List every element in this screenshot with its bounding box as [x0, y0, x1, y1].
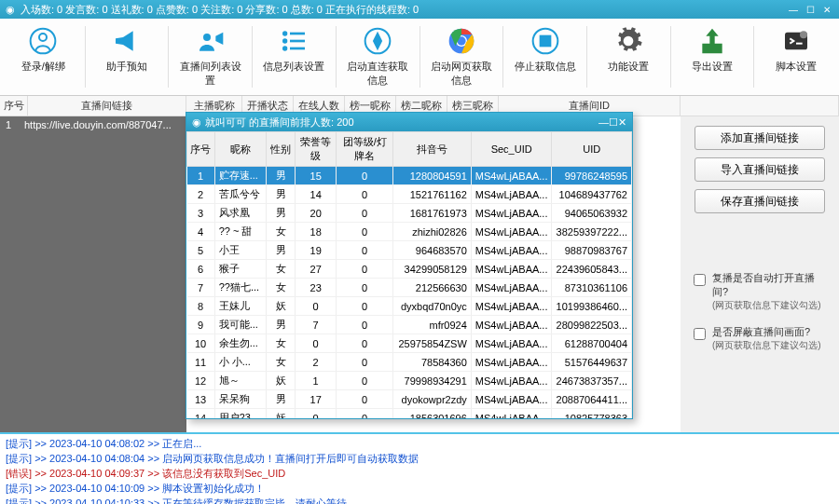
close-icon[interactable]: ✕ — [820, 3, 833, 16]
direct-button[interactable]: 启动直连获取信息 — [342, 22, 414, 91]
table-row[interactable]: 13呆呆狗男170dyokowpr2zdyMS4wLjABAA...208870… — [187, 390, 632, 409]
list-icon — [279, 26, 309, 56]
col-link[interactable]: 直播间链接 — [28, 96, 186, 116]
script-button[interactable]: 脚本设置 — [760, 22, 832, 91]
toolbar: 登录/解绑 助手预知 直播间列表设置 信息列表设置 启动直连获取信息 启动网页获… — [0, 19, 839, 96]
table-header[interactable]: Sec_UID — [471, 132, 552, 167]
table-header[interactable]: 荣誉等级 — [296, 132, 337, 167]
titlebar: ◉ 入场数: 0 发言数: 0 送礼数: 0 点赞数: 0 关注数: 0 分享数… — [0, 0, 839, 19]
search-icon: ◉ — [192, 116, 201, 129]
table-row[interactable]: 9我可能...男70mfr0924MS4wLjABAA...2809982250… — [187, 316, 632, 334]
table-row[interactable]: 3风求凰男2001681761973MS4wLjABAA...940650639… — [187, 204, 632, 223]
svg-point-3 — [282, 31, 287, 35]
col-index[interactable]: 序号 — [0, 96, 28, 116]
stop-button[interactable]: 停止获取信息 — [509, 22, 581, 91]
gear-icon — [613, 26, 643, 56]
titlebar-stats: 入场数: 0 发言数: 0 送礼数: 0 点赞数: 0 关注数: 0 分享数: … — [21, 3, 783, 17]
log-line: [提示] >> 2023-04-10 04:08:02 >> 正在启... — [6, 436, 833, 451]
table-header[interactable]: 抖音号 — [393, 132, 472, 167]
svg-rect-14 — [540, 36, 550, 47]
rocket-icon — [363, 26, 392, 56]
svg-point-1 — [39, 34, 47, 41]
webpage-button[interactable]: 启动网页获取信息 — [426, 22, 498, 91]
table-row[interactable]: 11小 小...女2078584360MS4wLjABAA...51576449… — [187, 353, 632, 372]
login-button[interactable]: 登录/解绑 — [7, 22, 79, 91]
table-header[interactable]: 团等级/灯牌名 — [337, 132, 393, 167]
log-line: [错误] >> 2023-04-10 04:09:37 >> 该信息没有获取到S… — [6, 466, 833, 481]
checkbox-icon[interactable] — [694, 328, 706, 340]
table-header[interactable]: 性别 — [267, 132, 296, 167]
rank-table[interactable]: 序号昵称性别荣誉等级团等级/灯牌名抖音号Sec_UIDUID 1贮存速...男1… — [186, 131, 632, 418]
terminal-icon — [781, 26, 811, 56]
right-panel: 添加直播间链接 导入直播间链接 保存直播间链接 复播是否自动打开直播间?(网页获… — [681, 116, 839, 432]
import-link-button[interactable]: 导入直播间链接 — [695, 157, 825, 182]
svg-rect-6 — [290, 40, 305, 43]
table-row[interactable]: 12旭～妖1079998934291MS4wLjABAA...246738373… — [187, 372, 632, 390]
table-row[interactable]: 2苦瓜兮兮男1401521761162MS4wLjABAA...10468943… — [187, 185, 632, 204]
dialog-titlebar: ◉ 就叫可可 的直播间前排人数: 200 — ☐ ✕ — [186, 113, 632, 131]
svg-point-7 — [282, 46, 287, 50]
list-item[interactable]: 1 https://live.douyin.com/887047... — [0, 116, 186, 133]
table-row[interactable]: 5小王男190964683570MS4wLjABAA...98870983767 — [187, 241, 632, 260]
mid-area: ◉ 就叫可可 的直播间前排人数: 200 — ☐ ✕ 序号昵称性别荣誉等级团等级… — [186, 116, 681, 432]
infolist-button[interactable]: 信息列表设置 — [258, 22, 330, 91]
table-row[interactable]: 8王妹儿妖00dyxbqd70n0ycMS4wLjABAA...10199386… — [187, 297, 632, 316]
megaphone-icon — [112, 26, 142, 56]
video-person-icon — [196, 26, 226, 56]
livelist-button[interactable]: 直播间列表设置 — [174, 22, 246, 91]
log-line: [提示] >> 2023-04-10 04:10:33 >> 正在等待缓存数据获… — [6, 496, 833, 504]
minimize-icon[interactable]: — — [787, 3, 800, 16]
rank-dialog: ◉ 就叫可可 的直播间前排人数: 200 — ☐ ✕ 序号昵称性别荣誉等级团等级… — [186, 112, 633, 419]
stop-icon — [530, 26, 560, 56]
checkbox-icon[interactable] — [694, 274, 706, 286]
table-header[interactable]: 序号 — [187, 132, 215, 167]
user-icon — [28, 26, 58, 56]
table-row[interactable]: 7??猫七...女230212566630MS4wLjABAA...873103… — [187, 279, 632, 297]
svg-point-5 — [282, 38, 287, 43]
main-area: 1 https://live.douyin.com/887047... ◉ 就叫… — [0, 116, 839, 432]
table-row[interactable]: 4?? ~ 甜女180zhizhi02826MS4wLjABAA...38259… — [187, 223, 632, 241]
svg-rect-8 — [290, 48, 305, 50]
export-icon — [697, 26, 727, 56]
func-button[interactable]: 功能设置 — [593, 22, 665, 91]
export-button[interactable]: 导出设置 — [677, 22, 749, 91]
dialog-title: 就叫可可 的直播间前排人数: 200 — [205, 116, 598, 129]
log-line: [提示] >> 2023-04-10 04:08:04 >> 启动网页获取信息成… — [6, 451, 833, 466]
table-header[interactable]: UID — [552, 132, 632, 167]
svg-rect-4 — [290, 33, 305, 35]
dialog-close-icon[interactable]: ✕ — [618, 116, 626, 129]
save-link-button[interactable]: 保存直播间链接 — [695, 189, 825, 213]
table-row[interactable]: 14用户23...妖001856301696MS4wLjABAA...10825… — [187, 409, 632, 419]
live-room-list[interactable]: 1 https://live.douyin.com/887047... — [0, 116, 186, 432]
search-icon: ◉ — [6, 4, 15, 16]
chrome-icon — [447, 26, 476, 56]
block-video-checkbox[interactable]: 是否屏蔽直播间画面?(网页获取信息下建议勾选) — [690, 325, 830, 352]
helper-button[interactable]: 助手预知 — [91, 22, 163, 91]
log-line: [提示] >> 2023-04-10 04:10:09 >> 脚本设置初始化成功… — [6, 481, 833, 496]
svg-point-2 — [203, 34, 211, 41]
add-link-button[interactable]: 添加直播间链接 — [695, 126, 825, 150]
table-row[interactable]: 1贮存速...男1501280804591MS4wLjABAA...997862… — [187, 167, 632, 185]
svg-point-16 — [800, 31, 807, 38]
maximize-icon[interactable]: ☐ — [804, 3, 817, 16]
table-header[interactable]: 昵称 — [214, 132, 266, 167]
dialog-maximize-icon[interactable]: ☐ — [609, 116, 618, 129]
table-row[interactable]: 6猴子女27034299058129MS4wLjABAA...224396058… — [187, 260, 632, 279]
auto-open-checkbox[interactable]: 复播是否自动打开直播间?(网页获取信息下建议勾选) — [690, 271, 830, 312]
log-panel[interactable]: [提示] >> 2023-04-10 04:08:02 >> 正在启...[提示… — [0, 432, 839, 504]
table-row[interactable]: 10余生勿...女0025975854ZSWMS4wLjABAA...61288… — [187, 334, 632, 353]
dialog-minimize-icon[interactable]: — — [598, 116, 609, 128]
